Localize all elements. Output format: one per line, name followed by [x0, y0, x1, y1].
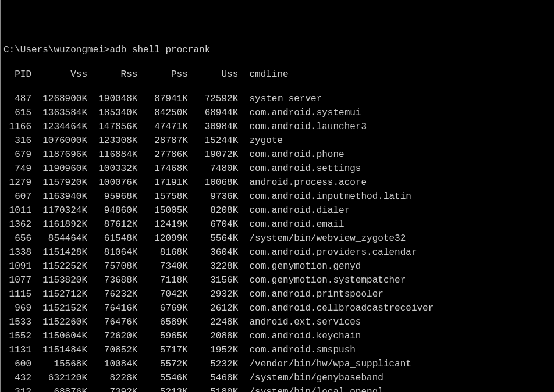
cell-cmdline: /system/bin/local_opengl — [238, 385, 383, 392]
cell-rss: 73688K — [87, 273, 137, 287]
command-text: adb shell procrank — [109, 45, 210, 55]
table-row: 10111170324K94860K15005K8208Kcom.android… — [3, 204, 552, 218]
table-row: 31268876K7392K5213K5180K/system/bin/loca… — [3, 385, 552, 392]
cell-pss: 28787K — [137, 134, 187, 148]
table-row: 9691152152K76416K6769K2612Kcom.android.c… — [3, 301, 552, 315]
cell-rss: 10084K — [87, 357, 137, 371]
cell-rss: 147856K — [87, 120, 137, 134]
cell-cmdline: com.android.providers.calendar — [238, 245, 417, 259]
cell-pss: 27786K — [137, 148, 187, 162]
cell-pss: 5546K — [137, 371, 187, 385]
cell-uss: 2932K — [188, 287, 238, 301]
cell-pss: 5213K — [137, 385, 187, 392]
cell-pss: 15758K — [137, 190, 187, 204]
cell-vss: 1151484K — [31, 343, 87, 357]
cell-pid: 1279 — [3, 176, 31, 190]
cell-uss: 8208K — [188, 204, 238, 218]
cell-vss: 854464K — [31, 231, 87, 245]
cell-vss: 1161892K — [31, 218, 87, 231]
header-cmdline: cmdline — [238, 67, 288, 81]
cell-pid: 749 — [3, 162, 31, 176]
cell-cmdline: com.genymotion.genyd — [238, 259, 361, 273]
cell-cmdline: system_server — [238, 92, 322, 106]
cell-pss: 8168K — [137, 245, 187, 259]
cell-vss: 1153820K — [31, 273, 87, 287]
cell-vss: 1152252K — [31, 259, 87, 273]
cell-vss: 1152712K — [31, 287, 87, 301]
cell-pid: 1077 — [3, 273, 31, 287]
cell-rss: 190048K — [87, 92, 137, 106]
cell-uss: 1952K — [188, 343, 238, 357]
cell-pss: 7118K — [137, 273, 187, 287]
cell-uss: 10068K — [188, 176, 238, 190]
cell-pss: 17468K — [137, 162, 187, 176]
cell-rss: 8228K — [87, 371, 137, 385]
cell-rss: 95968K — [87, 190, 137, 204]
header-pid: PID — [3, 67, 31, 81]
cell-pss: 6589K — [137, 315, 187, 329]
cell-vss: 1152260K — [31, 315, 87, 329]
cell-vss: 1187696K — [31, 148, 87, 162]
cell-cmdline: com.android.smspush — [238, 343, 356, 357]
cell-pid: 969 — [3, 301, 31, 315]
cell-uss: 7480K — [188, 162, 238, 176]
cell-rss: 75708K — [87, 259, 137, 273]
table-row: 7491190960K100332K17468K7480Kcom.android… — [3, 162, 552, 176]
cell-cmdline: com.android.keychain — [238, 329, 361, 343]
table-header: PIDVssRssPssUsscmdline — [3, 67, 552, 81]
cell-pid: 615 — [3, 106, 31, 120]
header-pss: Pss — [137, 67, 187, 81]
cell-rss: 76232K — [87, 287, 137, 301]
cell-pss: 7042K — [137, 287, 187, 301]
cell-vss: 68876K — [31, 385, 87, 392]
cell-vss: 1190960K — [31, 162, 87, 176]
cell-uss: 15244K — [188, 134, 238, 148]
cell-pss: 15005K — [137, 204, 187, 218]
cell-rss: 123308K — [87, 134, 137, 148]
table-row: 10911152252K75708K7340K3228Kcom.genymoti… — [3, 259, 552, 273]
cell-rss: 116884K — [87, 148, 137, 162]
cell-pid: 1166 — [3, 120, 31, 134]
table-row: 10771153820K73688K7118K3156Kcom.genymoti… — [3, 273, 552, 287]
table-row: 6071163940K95968K15758K9736Kcom.android.… — [3, 190, 552, 204]
cell-cmdline: com.android.launcher3 — [238, 120, 367, 134]
header-rss: Rss — [87, 67, 137, 81]
cell-cmdline: /system/bin/webview_zygote32 — [238, 231, 406, 245]
cell-cmdline: com.android.printspooler — [238, 287, 383, 301]
cell-rss: 100332K — [87, 162, 137, 176]
cell-rss: 100076K — [87, 176, 137, 190]
cell-pss: 17191K — [137, 176, 187, 190]
cell-pid: 1552 — [3, 329, 31, 343]
cell-rss: 61548K — [87, 231, 137, 245]
cell-uss: 19072K — [188, 148, 238, 162]
cell-vss: 1076000K — [31, 134, 87, 148]
cell-pid: 1011 — [3, 204, 31, 218]
cell-cmdline: com.android.cellbroadcastreceiver — [238, 301, 434, 315]
cell-vss: 1151428K — [31, 245, 87, 259]
cell-uss: 2612K — [188, 301, 238, 315]
cell-uss: 72592K — [188, 92, 238, 106]
cell-vss: 1234464K — [31, 120, 87, 134]
table-row: 12791157920K100076K17191K10068Kandroid.p… — [3, 176, 552, 190]
cell-pss: 47471K — [137, 120, 187, 134]
cell-rss: 87612K — [87, 218, 137, 231]
process-table: 4871268900K190048K87941K72592Ksystem_ser… — [3, 92, 552, 392]
cell-cmdline: com.android.systemui — [238, 106, 361, 120]
table-row: 13621161892K87612K12419K6704Kcom.android… — [3, 218, 552, 231]
cell-pid: 656 — [3, 231, 31, 245]
cell-uss: 30984K — [188, 120, 238, 134]
cell-cmdline: com.android.settings — [238, 162, 361, 176]
cell-pid: 432 — [3, 371, 31, 385]
cell-vss: 1152152K — [31, 301, 87, 315]
cell-vss: 1363584K — [31, 106, 87, 120]
cell-pid: 1115 — [3, 287, 31, 301]
table-row: 432632120K8228K5546K5468K/system/bin/gen… — [3, 371, 552, 385]
cell-pss: 6769K — [137, 301, 187, 315]
table-row: 6151363584K185340K84250K68944Kcom.androi… — [3, 106, 552, 120]
cell-uss: 5564K — [188, 231, 238, 245]
cell-pid: 1362 — [3, 218, 31, 231]
cell-rss: 7392K — [87, 385, 137, 392]
command-prompt[interactable]: C:\Users\wuzongmei>adb shell procrank — [3, 43, 552, 57]
prompt-path: C:\Users\wuzongmei> — [3, 45, 109, 55]
cell-uss: 3604K — [188, 245, 238, 259]
